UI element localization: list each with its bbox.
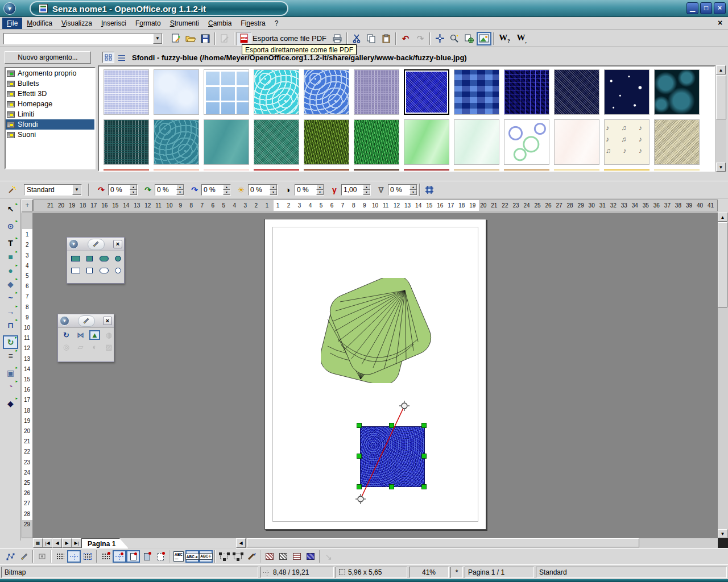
option-line-contour[interactable] (304, 550, 317, 563)
rectangles-floating-toolbar[interactable]: ▼ × (67, 237, 125, 284)
gallery-theme-homepage[interactable]: Homepage (6, 99, 94, 109)
option-contour-mode[interactable] (276, 550, 290, 563)
close-button[interactable]: × (714, 2, 726, 14)
scroll-left-arrow[interactable]: ◀ (236, 538, 246, 548)
palette-drag-handle[interactable] (88, 239, 105, 250)
spin-up-arrow[interactable]: ▲ (176, 185, 184, 190)
gamma-value[interactable]: 1,00 (342, 185, 363, 195)
shape-square-filled[interactable] (84, 253, 95, 263)
gallery-thumbnail-fuzzy-blue[interactable] (404, 69, 449, 115)
tab-prev-button[interactable]: ◀ (52, 538, 62, 548)
list-view-button[interactable] (115, 52, 127, 63)
gallery-theme-sfondi[interactable]: Sfondi (6, 119, 94, 130)
tool-rectangle[interactable]: ■ (3, 250, 18, 264)
tool-zoom[interactable]: ⊙ (3, 219, 18, 233)
tool-text[interactable]: T (3, 236, 18, 250)
option-simple-handles[interactable] (217, 550, 231, 563)
spin-buttons[interactable]: ▲▼ (223, 185, 230, 195)
gallery-thumbnail-rings-pastel[interactable] (504, 119, 549, 165)
gallery-button[interactable] (477, 32, 491, 45)
scroll-up-arrow[interactable]: ▲ (718, 213, 727, 222)
menu-finestra[interactable]: Finestra (236, 18, 270, 29)
gallery-thumbnail-fabric-lavender[interactable] (104, 69, 149, 115)
gallery-thumbnail-partial[interactable] (154, 169, 199, 172)
option-snap-to-object-border[interactable] (140, 550, 154, 563)
title-capsule[interactable]: Senza nome1 - OpenOffice.org 1.1.2-it (30, 1, 288, 16)
vertical-scrollbar[interactable]: ▲ ▼ (718, 213, 728, 538)
gallery-thumbnail-clouds-light-blue[interactable] (154, 69, 199, 115)
new-theme-button[interactable]: Nuovo argomento... (5, 51, 91, 64)
gallery-thumbnail-fabric-navy[interactable] (554, 69, 599, 115)
option-rotation-mode[interactable] (17, 550, 31, 563)
option-exit-all-groups[interactable]: ↘ (322, 550, 336, 563)
spin-down-arrow[interactable]: ▼ (176, 190, 184, 195)
horizontal-ruler[interactable]: 2120191817161514131211109876543211234567… (33, 199, 718, 211)
shape-rounded-square-outline[interactable] (113, 265, 123, 275)
shape-rectangle-filled[interactable] (70, 253, 81, 263)
spin-up-arrow[interactable]: ▲ (363, 185, 370, 190)
tool-arrange[interactable]: ▣ (3, 366, 18, 380)
option-show-grid[interactable] (53, 550, 67, 563)
spin-down-arrow[interactable]: ▼ (316, 190, 324, 195)
print-button[interactable] (330, 32, 345, 45)
brightness-value[interactable]: 0 % (249, 185, 270, 195)
option-picture-placeholder[interactable] (263, 550, 276, 563)
palette-close-button[interactable]: × (113, 240, 122, 248)
graphics-mode-dropdown[interactable]: ▼ (72, 185, 81, 195)
red-value[interactable]: 0 % (109, 185, 130, 195)
spin-buttons[interactable]: ▲▼ (130, 185, 137, 195)
spin-down-arrow[interactable]: ▼ (223, 190, 230, 195)
shape-rounded-rectangle-outline[interactable] (98, 265, 109, 275)
page[interactable] (264, 219, 486, 530)
layer-mode-button[interactable]: ▦ (33, 538, 43, 548)
effect-rotate[interactable]: ↻ (61, 330, 72, 340)
contrast-spinner[interactable]: 0 %▲▼ (295, 184, 324, 196)
scroll-down-arrow[interactable]: ▼ (718, 529, 727, 538)
gallery-thumbnail-water-blue[interactable] (304, 69, 349, 115)
effect-flip[interactable]: ⋈ (75, 330, 86, 340)
tool-ellipse[interactable]: ● (3, 264, 18, 277)
redo-button[interactable]: ↷ (413, 32, 428, 45)
gallery-thumbnail-soft-light-green[interactable] (404, 119, 449, 165)
export-pdf-button[interactable]: PDF (237, 32, 251, 45)
gallery-theme-bullets[interactable]: Bullets (6, 78, 94, 89)
spin-up-arrow[interactable]: ▲ (316, 185, 324, 190)
status-zoom[interactable]: 41% (409, 567, 449, 578)
spin-down-arrow[interactable]: ▼ (410, 190, 417, 195)
gallery-thumbnail-stucco-purple[interactable] (354, 69, 399, 115)
contrast-value[interactable]: 0 % (295, 185, 316, 195)
gallery-thumbnail-partial[interactable] (204, 169, 249, 172)
gallery-thumbnail-tiles-blue[interactable] (204, 69, 249, 115)
spin-buttons[interactable]: ▲▼ (176, 185, 184, 195)
shape-rounded-rectangle-filled[interactable] (98, 253, 109, 263)
status-size[interactable]: 5,96 x 5,65 (336, 567, 407, 578)
save-button[interactable] (198, 32, 213, 45)
scrollbar-thumb[interactable] (716, 75, 726, 119)
zoom-button[interactable] (447, 32, 462, 45)
spin-buttons[interactable]: ▲▼ (363, 185, 370, 195)
gallery-thumbnail-partial[interactable] (254, 169, 299, 172)
effect-set-in-circle[interactable]: ◍ (104, 330, 114, 340)
spin-up-arrow[interactable]: ▲ (223, 185, 230, 190)
graphics-mode-combobox[interactable]: Standard ▼ (24, 184, 82, 196)
new-document-button[interactable] (168, 32, 183, 45)
gallery-thumbnail-blobs-dark-teal[interactable] (654, 69, 700, 115)
option-glue-points[interactable] (35, 550, 49, 563)
tool-effects[interactable]: ↻ (3, 335, 18, 349)
palette-close-button[interactable]: × (103, 317, 112, 325)
option-edit-points[interactable] (3, 550, 17, 563)
gallery-thumbnail-partial[interactable] (554, 169, 599, 172)
gallery-thumbnail-circuit-dark-blue[interactable] (504, 69, 549, 115)
option-helplines-while-moving[interactable] (81, 550, 94, 563)
filter-button[interactable] (5, 183, 19, 197)
spin-up-arrow[interactable]: ▲ (270, 185, 277, 190)
page-tab[interactable]: Pagina 1 (81, 538, 128, 548)
gallery-theme-limiti[interactable]: Limiti (6, 109, 94, 119)
effect-set-to-circle[interactable]: ◎ (61, 342, 72, 352)
minimize-button[interactable]: ▁ (686, 2, 698, 14)
spin-down-arrow[interactable]: ▼ (270, 190, 277, 195)
gallery-thumbnail-partial[interactable] (654, 169, 700, 172)
tool-select[interactable]: ↖ (3, 202, 18, 216)
menu-inserisci[interactable]: Inserisci (97, 18, 131, 29)
gallery-thumbnail-grass-green[interactable] (354, 119, 399, 165)
